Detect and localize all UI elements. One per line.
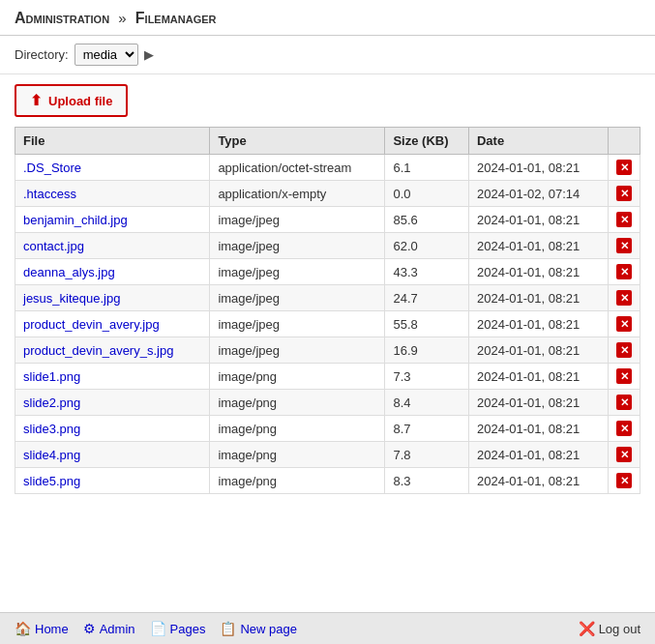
cell-file: product_devin_avery_s.jpg bbox=[15, 337, 210, 364]
footer-home-label: Home bbox=[35, 622, 69, 636]
cell-type: image/jpeg bbox=[210, 311, 385, 337]
table-row: slide3.pngimage/png8.72024-01-01, 08:21✕ bbox=[15, 416, 640, 442]
table-row: .DS_Storeapplication/octet-stream6.12024… bbox=[15, 155, 640, 181]
cell-size: 55.8 bbox=[385, 311, 469, 337]
col-action bbox=[609, 128, 640, 155]
file-link[interactable]: product_devin_avery.jpg bbox=[23, 317, 160, 332]
file-link[interactable]: benjamin_child.jpg bbox=[23, 213, 128, 227]
delete-icon: ✕ bbox=[616, 160, 632, 175]
cell-delete: ✕ bbox=[609, 442, 640, 468]
file-link[interactable]: product_devin_avery_s.jpg bbox=[23, 343, 173, 358]
admin-icon: ⚙ bbox=[83, 621, 96, 636]
file-link[interactable]: slide3.png bbox=[23, 422, 80, 436]
footer-admin-label: Admin bbox=[100, 622, 135, 636]
delete-button[interactable]: ✕ bbox=[616, 264, 632, 279]
logout-label: Log out bbox=[599, 622, 640, 636]
delete-button[interactable]: ✕ bbox=[616, 238, 632, 253]
delete-button[interactable]: ✕ bbox=[616, 395, 632, 410]
directory-arrow-icon[interactable]: ▶ bbox=[144, 47, 154, 62]
file-link[interactable]: deanna_alys.jpg bbox=[23, 265, 115, 279]
delete-button[interactable]: ✕ bbox=[616, 447, 632, 462]
file-link[interactable]: jesus_kiteque.jpg bbox=[23, 291, 120, 306]
table-row: product_devin_avery_s.jpgimage/jpeg16.92… bbox=[15, 337, 640, 364]
table-row: slide4.pngimage/png7.82024-01-01, 08:21✕ bbox=[15, 442, 640, 468]
table-row: slide5.pngimage/png8.32024-01-01, 08:21✕ bbox=[15, 468, 640, 494]
delete-button[interactable]: ✕ bbox=[616, 186, 632, 201]
file-link[interactable]: .DS_Store bbox=[23, 161, 81, 175]
cell-type: application/x-empty bbox=[210, 181, 385, 207]
pages-icon: 📄 bbox=[150, 621, 166, 636]
table-row: slide1.pngimage/png7.32024-01-01, 08:21✕ bbox=[15, 364, 640, 390]
cell-type: image/png bbox=[210, 416, 385, 442]
cell-size: 16.9 bbox=[385, 337, 469, 364]
cell-delete: ✕ bbox=[609, 207, 640, 233]
col-type: Type bbox=[210, 128, 385, 155]
footer-new-page-link[interactable]: 📋 New page bbox=[220, 621, 297, 636]
cell-delete: ✕ bbox=[609, 311, 640, 337]
logout-icon: ❌ bbox=[579, 621, 595, 636]
col-date: Date bbox=[468, 128, 608, 155]
cell-delete: ✕ bbox=[609, 285, 640, 311]
new-page-icon: 📋 bbox=[220, 621, 236, 636]
cell-size: 8.4 bbox=[385, 390, 469, 416]
cell-date: 2024-01-01, 08:21 bbox=[468, 233, 608, 259]
cell-size: 7.3 bbox=[385, 364, 469, 390]
delete-button[interactable]: ✕ bbox=[616, 316, 632, 332]
delete-button[interactable]: ✕ bbox=[616, 421, 632, 436]
file-link[interactable]: slide2.png bbox=[23, 395, 80, 410]
cell-date: 2024-01-01, 08:21 bbox=[468, 442, 608, 468]
file-link[interactable]: slide5.png bbox=[23, 474, 80, 488]
cell-file: .htaccess bbox=[15, 181, 210, 207]
cell-date: 2024-01-01, 08:21 bbox=[468, 259, 608, 285]
delete-button[interactable]: ✕ bbox=[616, 342, 632, 358]
logout-button[interactable]: ❌ Log out bbox=[579, 621, 640, 636]
cell-size: 7.8 bbox=[385, 442, 469, 468]
cell-delete: ✕ bbox=[609, 390, 640, 416]
delete-icon: ✕ bbox=[616, 186, 632, 201]
cell-size: 0.0 bbox=[385, 181, 469, 207]
delete-button[interactable]: ✕ bbox=[616, 368, 632, 384]
cell-size: 8.7 bbox=[385, 416, 469, 442]
directory-bar: Directory: media ▶ bbox=[0, 36, 655, 74]
breadcrumb-admin: Administration bbox=[15, 10, 109, 26]
breadcrumb: Administration » Filemanager bbox=[15, 10, 640, 27]
directory-select[interactable]: media bbox=[74, 44, 138, 66]
cell-type: image/png bbox=[210, 442, 385, 468]
cell-type: image/jpeg bbox=[210, 259, 385, 285]
delete-button[interactable]: ✕ bbox=[616, 160, 632, 175]
table-row: slide2.pngimage/png8.42024-01-01, 08:21✕ bbox=[15, 390, 640, 416]
cell-size: 85.6 bbox=[385, 207, 469, 233]
file-link[interactable]: .htaccess bbox=[23, 187, 76, 201]
upload-section: ⬆ Upload file bbox=[0, 74, 655, 127]
breadcrumb-sep: » bbox=[118, 10, 126, 26]
directory-label: Directory: bbox=[15, 47, 69, 62]
footer-pages-link[interactable]: 📄 Pages bbox=[150, 621, 206, 636]
cell-date: 2024-01-01, 08:21 bbox=[468, 155, 608, 181]
footer: 🏠 Home ⚙ Admin 📄 Pages 📋 New page ❌ Log … bbox=[0, 612, 655, 644]
file-link[interactable]: contact.jpg bbox=[23, 239, 84, 253]
cell-type: image/jpeg bbox=[210, 285, 385, 311]
table-header: File Type Size (KB) Date bbox=[15, 128, 640, 155]
table-row: .htaccessapplication/x-empty0.02024-01-0… bbox=[15, 181, 640, 207]
footer-home-link[interactable]: 🏠 Home bbox=[15, 621, 69, 636]
delete-button[interactable]: ✕ bbox=[616, 473, 632, 488]
upload-file-button[interactable]: ⬆ Upload file bbox=[15, 84, 128, 117]
cell-date: 2024-01-01, 08:21 bbox=[468, 416, 608, 442]
col-size: Size (KB) bbox=[385, 128, 469, 155]
delete-icon: ✕ bbox=[616, 421, 632, 436]
file-link[interactable]: slide1.png bbox=[23, 369, 80, 384]
footer-admin-link[interactable]: ⚙ Admin bbox=[83, 621, 135, 636]
cell-date: 2024-01-01, 08:21 bbox=[468, 207, 608, 233]
cell-date: 2024-01-01, 08:21 bbox=[468, 311, 608, 337]
table-row: benjamin_child.jpgimage/jpeg85.62024-01-… bbox=[15, 207, 640, 233]
cell-size: 24.7 bbox=[385, 285, 469, 311]
cell-file: slide4.png bbox=[15, 442, 210, 468]
col-file: File bbox=[15, 128, 210, 155]
table-row: deanna_alys.jpgimage/jpeg43.32024-01-01,… bbox=[15, 259, 640, 285]
cell-file: jesus_kiteque.jpg bbox=[15, 285, 210, 311]
file-link[interactable]: slide4.png bbox=[23, 448, 80, 462]
delete-button[interactable]: ✕ bbox=[616, 290, 632, 306]
table-body: .DS_Storeapplication/octet-stream6.12024… bbox=[15, 155, 640, 494]
delete-button[interactable]: ✕ bbox=[616, 212, 632, 227]
cell-type: image/jpeg bbox=[210, 337, 385, 364]
